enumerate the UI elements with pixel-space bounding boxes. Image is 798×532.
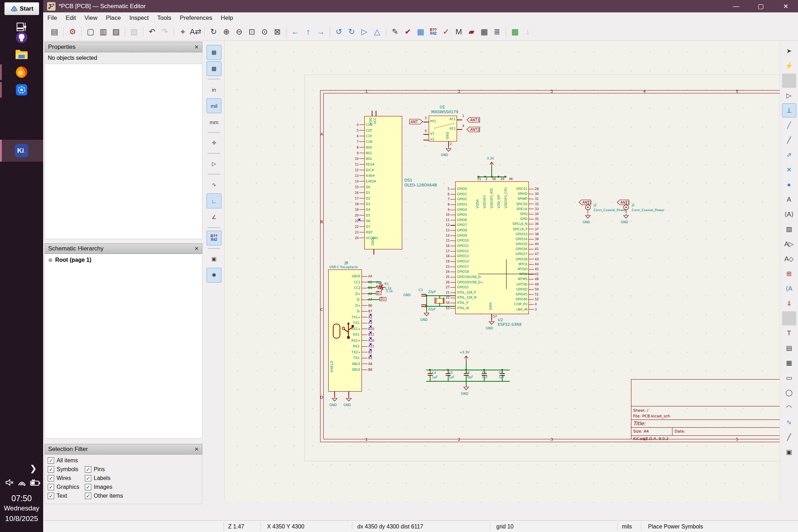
- menu-item[interactable]: Help: [216, 15, 237, 22]
- tray-expand-chevron[interactable]: ❯: [0, 463, 43, 473]
- units-mils-toggle[interactable]: mil: [207, 98, 221, 113]
- wire-tool[interactable]: ╱: [782, 118, 796, 132]
- rotate-ccw-button[interactable]: ↺: [332, 25, 345, 38]
- filter-checkbox[interactable]: ✓Labels: [85, 474, 123, 482]
- zoom-out-button[interactable]: ⊖: [233, 25, 245, 38]
- bus-entry-tool[interactable]: ⇗: [782, 148, 796, 162]
- select-tool[interactable]: ➤: [782, 44, 796, 58]
- find-replace-button[interactable]: A⇄: [189, 25, 202, 38]
- status-grid[interactable]: grid 10: [496, 524, 514, 530]
- menu-item[interactable]: Place: [102, 15, 125, 22]
- strip-separator[interactable]: [208, 79, 220, 80]
- assign-footprints-button[interactable]: ▰: [465, 25, 478, 38]
- selection-filter-header[interactable]: Selection Filter ✕: [45, 444, 202, 455]
- mirror-h-button[interactable]: ▷: [358, 25, 371, 38]
- properties-panel-header[interactable]: Properties ✕: [45, 42, 202, 52]
- close-icon[interactable]: ✕: [194, 44, 199, 50]
- up-hierarchy-button[interactable]: ↑: [302, 25, 314, 38]
- redo-button[interactable]: ↷: [158, 25, 171, 38]
- bus-tool[interactable]: ╱: [782, 133, 796, 147]
- clock-time[interactable]: 07:50: [0, 494, 43, 503]
- toolbar-separator[interactable]: [506, 27, 506, 37]
- grid-overrides-toggle[interactable]: ▩: [207, 61, 221, 76]
- github-icon[interactable]: [0, 30, 43, 45]
- units-inches-toggle[interactable]: in: [207, 82, 221, 97]
- hierarchy-panel-header[interactable]: Schematic Hierarchy ✕: [45, 243, 202, 254]
- print-button[interactable]: ▥: [97, 25, 110, 38]
- menu-item[interactable]: File: [43, 15, 61, 22]
- erc-check-button[interactable]: ✓: [440, 25, 452, 38]
- menu-item[interactable]: Preferences: [175, 15, 216, 22]
- prev-sheet-button[interactable]: ←: [289, 25, 302, 38]
- table-tool[interactable]: ▦: [782, 356, 796, 370]
- plot-button[interactable]: ▨: [110, 25, 122, 38]
- filter-checkbox[interactable]: ✓Symbols: [48, 465, 79, 474]
- filter-checkbox[interactable]: ✓Images: [85, 482, 123, 491]
- coax-connector[interactable]: [584, 204, 592, 215]
- menu-item[interactable]: View: [80, 15, 102, 22]
- screenshot-app-icon[interactable]: [0, 82, 43, 98]
- directive-label-tool[interactable]: A◇: [782, 252, 796, 266]
- bom-button[interactable]: ≣: [491, 25, 503, 38]
- kicad-taskbar-row[interactable]: Ki.: [0, 140, 43, 162]
- highlight-net-tool[interactable]: ⚡: [782, 59, 796, 73]
- menu-item[interactable]: Edit: [61, 15, 80, 22]
- junction-tool[interactable]: ●: [782, 178, 796, 192]
- global-label-ant1[interactable]: ANT1: [464, 117, 480, 123]
- units-mm-toggle[interactable]: mm: [207, 115, 221, 129]
- toolbar-separator[interactable]: [81, 27, 82, 37]
- import-button[interactable]: ↓: [521, 25, 534, 38]
- grid-visibility-toggle[interactable]: ▦: [207, 45, 221, 60]
- strip-separator[interactable]: [208, 174, 220, 175]
- arc-tool[interactable]: ◠: [782, 400, 796, 415]
- toolbar-separator[interactable]: [386, 27, 386, 37]
- schematic-setup-button[interactable]: ⚙: [66, 25, 79, 38]
- bezier-tool[interactable]: ∿: [782, 415, 796, 429]
- close-icon[interactable]: ✕: [194, 245, 199, 252]
- schematic-canvas[interactable]: 12345 12345 ABCD 45678910111213141516171…: [225, 41, 780, 502]
- sheet-pin-tool[interactable]: ⇓: [782, 296, 796, 311]
- toolbar-separator[interactable]: [204, 27, 205, 37]
- image-tool[interactable]: ▣: [782, 445, 796, 459]
- global-label-ant2[interactable]: ANT2: [464, 127, 480, 132]
- net-label-tool[interactable]: A: [782, 192, 796, 207]
- find-button[interactable]: ⌖: [177, 25, 189, 38]
- strip-separator[interactable]: [782, 311, 796, 325]
- wire-45-toggle[interactable]: ∠: [207, 210, 221, 225]
- fields-table-button[interactable]: ▦: [478, 25, 491, 38]
- properties-panel-body[interactable]: [45, 64, 202, 239]
- symbol-fields-table-button[interactable]: ▦: [414, 25, 427, 38]
- strip-separator[interactable]: [782, 74, 796, 88]
- strip-separator[interactable]: [208, 153, 220, 154]
- text-tool[interactable]: T: [782, 326, 796, 340]
- coax-connector[interactable]: [623, 204, 630, 215]
- toolbar-separator[interactable]: [143, 27, 143, 37]
- power-symbol-3v3[interactable]: [489, 161, 495, 168]
- open-pcb-editor-button[interactable]: ▩: [509, 25, 521, 38]
- wire[interactable]: [491, 167, 492, 177]
- filter-checkbox[interactable]: ✓Text: [48, 491, 79, 500]
- hidden-fields-toggle[interactable]: R??R42: [207, 231, 221, 245]
- toolbar-separator[interactable]: [125, 27, 125, 37]
- filter-checkbox[interactable]: ✓Wires: [48, 474, 79, 482]
- toolbar-separator[interactable]: [286, 27, 287, 37]
- simulator-button[interactable]: M: [452, 25, 465, 38]
- imported-hierarchical-label-tool[interactable]: ⟨A: [782, 282, 796, 296]
- free-angle-wire-toggle[interactable]: ∿: [207, 177, 221, 192]
- minimize-button[interactable]: —: [733, 2, 739, 10]
- start-button[interactable]: Start: [4, 2, 39, 15]
- file-explorer-icon[interactable]: [0, 47, 43, 62]
- place-symbol-tool[interactable]: ▷: [782, 88, 796, 103]
- firefox-icon[interactable]: [0, 64, 43, 80]
- place-power-tool[interactable]: ⊥: [782, 103, 796, 117]
- zoom-objects-button[interactable]: ⊙: [258, 25, 271, 38]
- crosshair-cursor-toggle[interactable]: ✛: [207, 135, 221, 150]
- page-settings-button[interactable]: ▢: [84, 25, 97, 38]
- erc-button[interactable]: ✔: [401, 25, 414, 38]
- strip-separator[interactable]: [208, 132, 220, 133]
- global-label-tool[interactable]: ⟨A⟩: [782, 207, 796, 221]
- next-sheet-button[interactable]: →: [314, 25, 327, 38]
- hidden-pins-toggle[interactable]: ▷: [207, 156, 221, 171]
- properties-panel-toggle[interactable]: ✱: [207, 268, 221, 283]
- ellipse-tool[interactable]: ◯: [782, 386, 796, 400]
